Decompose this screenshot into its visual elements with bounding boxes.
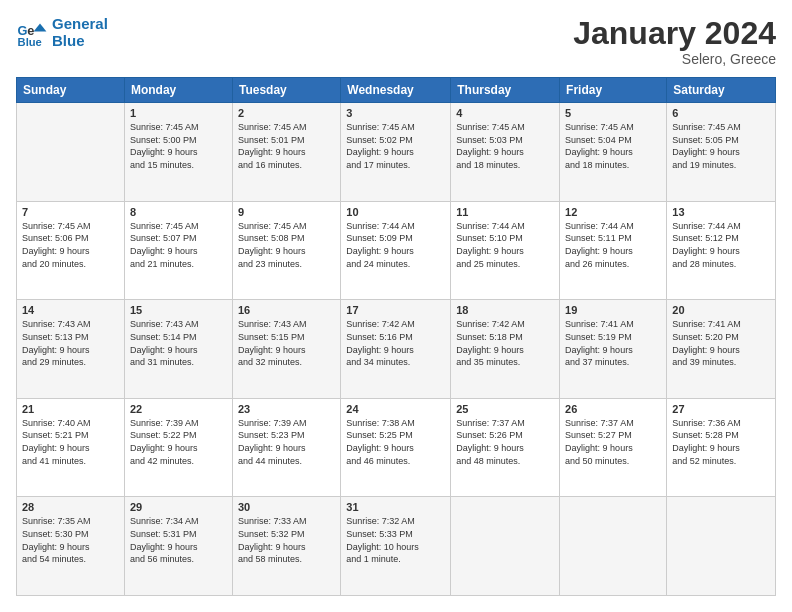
calendar-cell bbox=[560, 497, 667, 596]
col-header-saturday: Saturday bbox=[667, 78, 776, 103]
day-number: 27 bbox=[672, 403, 770, 415]
day-detail: Sunrise: 7:45 AM Sunset: 5:00 PM Dayligh… bbox=[130, 121, 227, 171]
day-detail: Sunrise: 7:45 AM Sunset: 5:07 PM Dayligh… bbox=[130, 220, 227, 270]
day-detail: Sunrise: 7:40 AM Sunset: 5:21 PM Dayligh… bbox=[22, 417, 119, 467]
calendar-cell: 29Sunrise: 7:34 AM Sunset: 5:31 PM Dayli… bbox=[124, 497, 232, 596]
day-detail: Sunrise: 7:45 AM Sunset: 5:02 PM Dayligh… bbox=[346, 121, 445, 171]
calendar-cell: 3Sunrise: 7:45 AM Sunset: 5:02 PM Daylig… bbox=[341, 103, 451, 202]
col-header-monday: Monday bbox=[124, 78, 232, 103]
day-number: 9 bbox=[238, 206, 335, 218]
calendar-cell: 10Sunrise: 7:44 AM Sunset: 5:09 PM Dayli… bbox=[341, 201, 451, 300]
calendar-cell: 4Sunrise: 7:45 AM Sunset: 5:03 PM Daylig… bbox=[451, 103, 560, 202]
col-header-friday: Friday bbox=[560, 78, 667, 103]
day-detail: Sunrise: 7:41 AM Sunset: 5:20 PM Dayligh… bbox=[672, 318, 770, 368]
calendar-cell: 24Sunrise: 7:38 AM Sunset: 5:25 PM Dayli… bbox=[341, 398, 451, 497]
day-number: 10 bbox=[346, 206, 445, 218]
calendar-cell: 13Sunrise: 7:44 AM Sunset: 5:12 PM Dayli… bbox=[667, 201, 776, 300]
calendar-cell: 12Sunrise: 7:44 AM Sunset: 5:11 PM Dayli… bbox=[560, 201, 667, 300]
day-detail: Sunrise: 7:44 AM Sunset: 5:11 PM Dayligh… bbox=[565, 220, 661, 270]
day-detail: Sunrise: 7:34 AM Sunset: 5:31 PM Dayligh… bbox=[130, 515, 227, 565]
calendar-cell: 23Sunrise: 7:39 AM Sunset: 5:23 PM Dayli… bbox=[232, 398, 340, 497]
day-number: 26 bbox=[565, 403, 661, 415]
day-number: 23 bbox=[238, 403, 335, 415]
calendar-cell: 2Sunrise: 7:45 AM Sunset: 5:01 PM Daylig… bbox=[232, 103, 340, 202]
day-number: 22 bbox=[130, 403, 227, 415]
title-block: January 2024 Selero, Greece bbox=[573, 16, 776, 67]
calendar-cell: 9Sunrise: 7:45 AM Sunset: 5:08 PM Daylig… bbox=[232, 201, 340, 300]
day-detail: Sunrise: 7:38 AM Sunset: 5:25 PM Dayligh… bbox=[346, 417, 445, 467]
day-number: 16 bbox=[238, 304, 335, 316]
calendar-cell: 11Sunrise: 7:44 AM Sunset: 5:10 PM Dayli… bbox=[451, 201, 560, 300]
logo-general: General bbox=[52, 15, 108, 32]
calendar-cell: 21Sunrise: 7:40 AM Sunset: 5:21 PM Dayli… bbox=[17, 398, 125, 497]
day-detail: Sunrise: 7:45 AM Sunset: 5:04 PM Dayligh… bbox=[565, 121, 661, 171]
calendar-cell: 8Sunrise: 7:45 AM Sunset: 5:07 PM Daylig… bbox=[124, 201, 232, 300]
calendar-cell: 27Sunrise: 7:36 AM Sunset: 5:28 PM Dayli… bbox=[667, 398, 776, 497]
calendar-cell: 7Sunrise: 7:45 AM Sunset: 5:06 PM Daylig… bbox=[17, 201, 125, 300]
day-detail: Sunrise: 7:39 AM Sunset: 5:23 PM Dayligh… bbox=[238, 417, 335, 467]
day-detail: Sunrise: 7:43 AM Sunset: 5:14 PM Dayligh… bbox=[130, 318, 227, 368]
day-number: 28 bbox=[22, 501, 119, 513]
calendar-cell: 31Sunrise: 7:32 AM Sunset: 5:33 PM Dayli… bbox=[341, 497, 451, 596]
svg-marker-2 bbox=[34, 23, 47, 31]
day-number: 20 bbox=[672, 304, 770, 316]
day-number: 25 bbox=[456, 403, 554, 415]
calendar-cell bbox=[667, 497, 776, 596]
day-detail: Sunrise: 7:45 AM Sunset: 5:03 PM Dayligh… bbox=[456, 121, 554, 171]
logo-blue: Blue bbox=[52, 33, 108, 50]
day-detail: Sunrise: 7:42 AM Sunset: 5:16 PM Dayligh… bbox=[346, 318, 445, 368]
svg-text:Blue: Blue bbox=[18, 35, 42, 47]
day-number: 2 bbox=[238, 107, 335, 119]
day-detail: Sunrise: 7:39 AM Sunset: 5:22 PM Dayligh… bbox=[130, 417, 227, 467]
day-detail: Sunrise: 7:45 AM Sunset: 5:05 PM Dayligh… bbox=[672, 121, 770, 171]
col-header-tuesday: Tuesday bbox=[232, 78, 340, 103]
logo-icon: G e Blue bbox=[16, 17, 48, 49]
calendar-table: SundayMondayTuesdayWednesdayThursdayFrid… bbox=[16, 77, 776, 596]
day-number: 31 bbox=[346, 501, 445, 513]
day-detail: Sunrise: 7:42 AM Sunset: 5:18 PM Dayligh… bbox=[456, 318, 554, 368]
calendar-cell: 22Sunrise: 7:39 AM Sunset: 5:22 PM Dayli… bbox=[124, 398, 232, 497]
calendar-cell: 25Sunrise: 7:37 AM Sunset: 5:26 PM Dayli… bbox=[451, 398, 560, 497]
calendar-cell bbox=[17, 103, 125, 202]
calendar-cell: 16Sunrise: 7:43 AM Sunset: 5:15 PM Dayli… bbox=[232, 300, 340, 399]
calendar-cell: 20Sunrise: 7:41 AM Sunset: 5:20 PM Dayli… bbox=[667, 300, 776, 399]
calendar-cell: 5Sunrise: 7:45 AM Sunset: 5:04 PM Daylig… bbox=[560, 103, 667, 202]
calendar-cell: 14Sunrise: 7:43 AM Sunset: 5:13 PM Dayli… bbox=[17, 300, 125, 399]
day-number: 4 bbox=[456, 107, 554, 119]
month-year-title: January 2024 bbox=[573, 16, 776, 51]
day-number: 7 bbox=[22, 206, 119, 218]
day-detail: Sunrise: 7:43 AM Sunset: 5:15 PM Dayligh… bbox=[238, 318, 335, 368]
day-number: 21 bbox=[22, 403, 119, 415]
calendar-cell: 26Sunrise: 7:37 AM Sunset: 5:27 PM Dayli… bbox=[560, 398, 667, 497]
day-number: 13 bbox=[672, 206, 770, 218]
day-detail: Sunrise: 7:37 AM Sunset: 5:26 PM Dayligh… bbox=[456, 417, 554, 467]
day-number: 8 bbox=[130, 206, 227, 218]
calendar-cell: 17Sunrise: 7:42 AM Sunset: 5:16 PM Dayli… bbox=[341, 300, 451, 399]
calendar-cell: 18Sunrise: 7:42 AM Sunset: 5:18 PM Dayli… bbox=[451, 300, 560, 399]
calendar-cell: 28Sunrise: 7:35 AM Sunset: 5:30 PM Dayli… bbox=[17, 497, 125, 596]
day-number: 30 bbox=[238, 501, 335, 513]
day-number: 3 bbox=[346, 107, 445, 119]
day-detail: Sunrise: 7:45 AM Sunset: 5:06 PM Dayligh… bbox=[22, 220, 119, 270]
calendar-cell: 19Sunrise: 7:41 AM Sunset: 5:19 PM Dayli… bbox=[560, 300, 667, 399]
day-detail: Sunrise: 7:41 AM Sunset: 5:19 PM Dayligh… bbox=[565, 318, 661, 368]
day-number: 14 bbox=[22, 304, 119, 316]
day-number: 12 bbox=[565, 206, 661, 218]
calendar-cell bbox=[451, 497, 560, 596]
day-number: 18 bbox=[456, 304, 554, 316]
day-number: 11 bbox=[456, 206, 554, 218]
col-header-wednesday: Wednesday bbox=[341, 78, 451, 103]
day-detail: Sunrise: 7:36 AM Sunset: 5:28 PM Dayligh… bbox=[672, 417, 770, 467]
day-number: 17 bbox=[346, 304, 445, 316]
day-number: 29 bbox=[130, 501, 227, 513]
day-detail: Sunrise: 7:37 AM Sunset: 5:27 PM Dayligh… bbox=[565, 417, 661, 467]
day-number: 6 bbox=[672, 107, 770, 119]
page-header: G e Blue General Blue January 2024 Seler… bbox=[16, 16, 776, 67]
day-number: 1 bbox=[130, 107, 227, 119]
day-number: 15 bbox=[130, 304, 227, 316]
day-detail: Sunrise: 7:35 AM Sunset: 5:30 PM Dayligh… bbox=[22, 515, 119, 565]
day-detail: Sunrise: 7:33 AM Sunset: 5:32 PM Dayligh… bbox=[238, 515, 335, 565]
day-detail: Sunrise: 7:32 AM Sunset: 5:33 PM Dayligh… bbox=[346, 515, 445, 565]
calendar-cell: 15Sunrise: 7:43 AM Sunset: 5:14 PM Dayli… bbox=[124, 300, 232, 399]
calendar-cell: 30Sunrise: 7:33 AM Sunset: 5:32 PM Dayli… bbox=[232, 497, 340, 596]
